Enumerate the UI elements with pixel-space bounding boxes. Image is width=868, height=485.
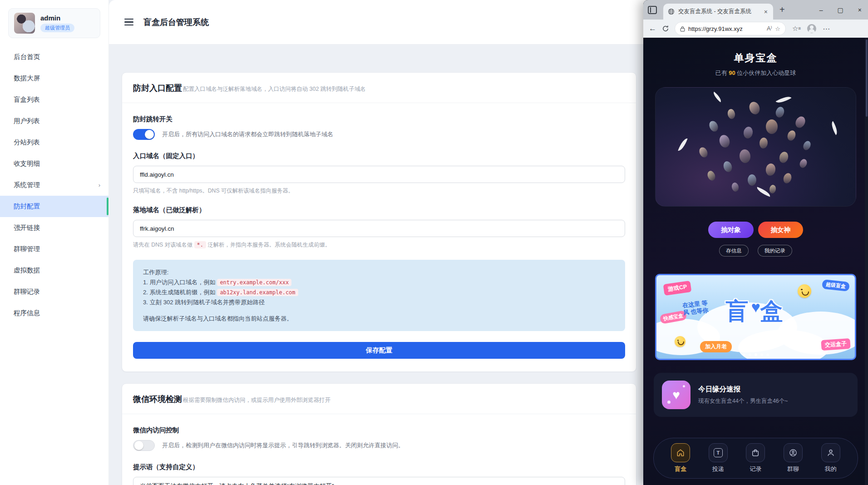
avatar-thumb [706, 169, 716, 181]
avatar-sphere[interactable] [655, 87, 856, 207]
entry-domain-hint: 只填写域名，不含 http/https。DNS 可仅解析该域名指向服务器。 [133, 187, 625, 195]
sidebar-item-box-list[interactable]: 盲盒列表 [0, 89, 108, 110]
address-bar[interactable]: https://grzy.91wx.xyz A) ☆ [675, 22, 786, 35]
wechat-detect-card: 微信环境检测根据需要限制微信内访问，或提示用户使用外部浏览器打开 微信内访问控制… [122, 383, 636, 485]
promo-banner[interactable]: 盲♥盒 游戏CP 超级盲盒 快感宝盒 在这里 等风 也等你 加入月老 交运盒子 [655, 274, 856, 360]
sidebar-item-force-open-link[interactable]: 强开链接 [0, 217, 108, 238]
sidebar-item-income-detail[interactable]: 收支明细 [0, 153, 108, 174]
sidebar-item-dashboard[interactable]: 数据大屏 [0, 68, 108, 89]
refresh-button[interactable] [662, 25, 669, 32]
read-aloud-icon[interactable]: A) [767, 25, 772, 32]
report-title: 今日缘分速报 [698, 385, 788, 394]
nav-item-mine[interactable]: 我的 [821, 443, 840, 473]
wechat-toggle-desc: 开启后，检测到用户在微信内访问时将显示提示，引导跳转到浏览器。关闭则允许直接访问… [162, 441, 404, 450]
banner-badge-game-cp: 游戏CP [663, 281, 692, 296]
petal-decoration [678, 137, 687, 153]
bag-icon [746, 443, 765, 462]
admin-main: 盲盒后台管理系统 防封入口配置配置入口域名与泛解析落地域名，入口访问将自动 30… [109, 0, 643, 485]
avatar-thumb [782, 172, 793, 184]
nav-item-group-chat[interactable]: 群聊 [784, 443, 803, 473]
sidebar-item-group-chat-manage[interactable]: 群聊管理 [0, 238, 108, 260]
nav-item-deliver[interactable]: T 投递 [709, 443, 728, 473]
window-close-button[interactable]: × [858, 6, 862, 14]
avatar-thumb [743, 126, 754, 139]
entry-example-code: entry.example.com/xxx [217, 279, 291, 286]
member-count: 90 [729, 69, 735, 76]
entry-domain-input[interactable] [133, 166, 625, 183]
sidebar-item-program-info[interactable]: 程序信息 [0, 302, 108, 324]
nav-item-records[interactable]: 记录 [746, 443, 765, 473]
landing-domain-input[interactable] [133, 220, 625, 237]
admin-header: 盲盒后台管理系统 [109, 0, 643, 45]
avatar-thumb [708, 119, 720, 133]
profile-icon[interactable] [807, 24, 816, 33]
entry-domain-label: 入口域名（固定入口） [133, 152, 625, 160]
lock-icon [680, 26, 685, 32]
more-menu-icon[interactable]: ⋯ [823, 25, 830, 33]
window-maximize-button[interactable]: ▢ [838, 6, 843, 14]
bottom-nav: 盲盒 T 投递 记录 群聊 我的 [653, 438, 858, 479]
avatar-thumb [759, 137, 768, 148]
sidebar-item-group-chat-records[interactable]: 群聊记录 [0, 281, 108, 302]
save-info-button[interactable]: 存信息 [719, 245, 749, 257]
app-title: 单身宝盒 [643, 51, 868, 65]
nav-item-blindbox[interactable]: 盲盒 [671, 443, 690, 473]
report-desc: 现有女生盲盒44个，男生盲盒46个~ [698, 397, 788, 405]
new-tab-button[interactable]: + [779, 5, 785, 15]
admin-panel: admin 超级管理员 后台首页 数据大屏 盲盒列表 用户列表 分站列表 收支明… [0, 0, 643, 485]
tab-close-icon[interactable]: × [763, 8, 769, 15]
avatar-thumb [739, 149, 751, 163]
my-records-button[interactable]: 我的记录 [758, 245, 792, 257]
sidebar-item-virtual-data[interactable]: 虚拟数据 [0, 260, 108, 281]
deliver-icon: T [709, 443, 728, 462]
person-icon [821, 443, 840, 462]
sidebar-item-home[interactable]: 后台首页 [0, 46, 108, 68]
anti-block-toggle[interactable] [133, 129, 155, 140]
banner-badge-bottom-right: 交运盒子 [821, 338, 850, 351]
daily-report-card[interactable]: ♥ 今日缘分速报 现有女生盲盒44个，男生盲盒46个~ [654, 373, 858, 417]
save-config-button[interactable]: 保存配置 [133, 342, 625, 359]
sidebar-item-user-list[interactable]: 用户列表 [0, 110, 108, 132]
browser-tab[interactable]: 交友盲盒系统 - 交友盲盒系统 × [663, 4, 773, 20]
carousel-dots[interactable] [656, 353, 855, 356]
tab-actions-icon[interactable] [648, 6, 657, 14]
sidebar: admin 超级管理员 后台首页 数据大屏 盲盒列表 用户列表 分站列表 收支明… [0, 0, 109, 485]
card-title: 微信环境检测 [133, 395, 182, 404]
favorite-star-icon[interactable]: ☆ [775, 25, 780, 32]
draw-goddess-button[interactable]: 抽女神 [758, 222, 804, 238]
wechat-access-toggle[interactable] [133, 440, 155, 451]
window-minimize-button[interactable]: – [819, 6, 823, 14]
sidebar-item-substation-list[interactable]: 分站列表 [0, 132, 108, 153]
browser-toolbar: ← https://grzy.91wx.xyz A) ☆ ☆≡ ⋯ [643, 20, 868, 38]
user-card[interactable]: admin 超级管理员 [8, 8, 100, 38]
heart-icon: ♥ [751, 298, 760, 316]
admin-content: 防封入口配置配置入口域名与泛解析落地域名，入口访问将自动 302 跳转到随机子域… [109, 45, 643, 485]
user-name: admin [40, 14, 74, 22]
card-title: 防封入口配置 [133, 84, 182, 93]
user-role-badge: 超级管理员 [40, 24, 74, 32]
scrollbar[interactable] [865, 38, 868, 485]
banner-join-pill: 加入月老 [700, 341, 732, 352]
card-desc: 根据需要限制微信内访问，或提示用户使用外部浏览器打开 [183, 397, 330, 403]
sidebar-item-system-manage[interactable]: 系统管理› [0, 174, 108, 196]
url-text: https://grzy.91wx.xyz [688, 25, 764, 32]
favorites-list-icon[interactable]: ☆≡ [792, 25, 801, 33]
prompt-textarea[interactable]: 当前页面无法在微信内打开，请点击右上角菜单并选择“在浏览器中打开”。 [133, 477, 625, 485]
wechat-toggle-label: 微信内访问控制 [133, 426, 625, 435]
globe-icon [668, 8, 675, 15]
draw-partner-button[interactable]: 抽对象 [708, 222, 754, 238]
chevron-right-icon: › [99, 182, 100, 188]
avatar-thumb [766, 119, 778, 134]
prompt-label: 提示语（支持自定义） [133, 463, 625, 471]
back-button[interactable]: ← [649, 24, 656, 33]
tab-title: 交友盲盒系统 - 交友盲盒系统 [678, 8, 760, 15]
toggle-desc: 开启后，所有访问入口域名的请求都会立即跳转到随机落地子域名 [162, 130, 333, 139]
toggle-label: 防封跳转开关 [133, 115, 625, 124]
heart-app-icon: ♥ [662, 381, 690, 409]
hamburger-menu-icon[interactable] [124, 19, 133, 25]
anti-block-config-card: 防封入口配置配置入口域名与泛解析落地域名，入口访问将自动 302 跳转到随机子域… [122, 72, 636, 372]
avatar-thumb [698, 146, 709, 158]
sidebar-item-anti-block[interactable]: 防封配置 [0, 196, 108, 217]
smiley-icon [675, 336, 686, 347]
sidebar-menu: 后台首页 数据大屏 盲盒列表 用户列表 分站列表 收支明细 系统管理› 防封配置… [0, 46, 108, 324]
